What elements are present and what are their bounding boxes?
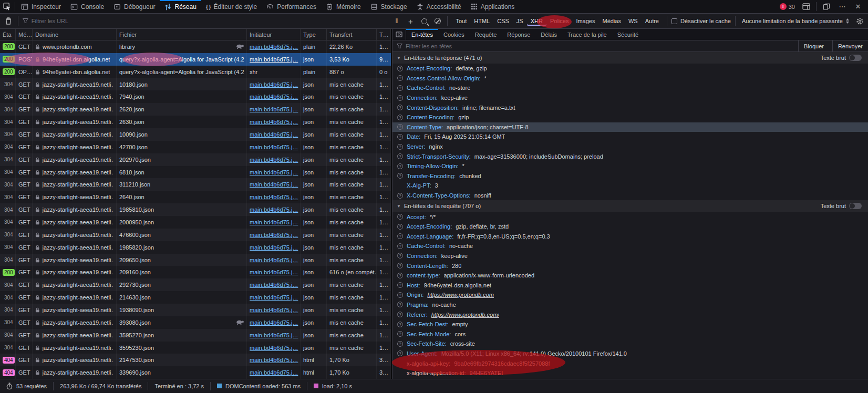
help-question-icon[interactable]: ? — [397, 224, 403, 230]
table-row[interactable]: 304 GET jazzy-starlight-aeea19.netli… 42… — [0, 141, 391, 153]
panel-tab-delais[interactable]: Délais — [535, 29, 562, 40]
col-transfer[interactable]: Transfert — [327, 29, 377, 40]
clear-requests-icon[interactable] — [3, 16, 14, 26]
response-headers-section-header[interactable]: ▼ En-têtes de la réponse (471 o) Texte b… — [392, 52, 868, 64]
header-row[interactable]: x-algolia-api-key: 9ba0e69fb2974316cdaec… — [392, 358, 868, 368]
header-row[interactable]: ? Server: nginx — [392, 142, 868, 152]
panel-tab-requete[interactable]: Requête — [470, 29, 502, 40]
resend-button[interactable]: Renvoyer — [832, 40, 868, 51]
table-row[interactable]: 304 GET jazzy-starlight-aeea19.netli… 19… — [0, 304, 391, 316]
error-count-button[interactable]: ! 30 — [778, 3, 797, 10]
help-question-icon[interactable]: ? — [397, 341, 403, 347]
domcontentloaded-time[interactable]: DOMContentLoaded: 563 ms — [211, 382, 307, 390]
header-row[interactable]: ? User-Agent: Mozilla/5.0 (X11; Linux x8… — [392, 349, 868, 359]
help-question-icon[interactable]: ? — [397, 134, 403, 140]
help-question-icon[interactable]: ? — [397, 302, 403, 307]
initiator-link[interactable]: main.bd4b6d75.j… — [250, 119, 298, 125]
table-row[interactable]: 304 GET jazzy-starlight-aeea19.netli… 31… — [0, 178, 391, 191]
type-filter-autre[interactable]: Autre — [642, 16, 663, 26]
table-row[interactable]: 304 GET jazzy-starlight-aeea19.netli… 79… — [0, 90, 391, 103]
table-row[interactable]: 404 GET jazzy-starlight-aeea19.netli… 33… — [0, 366, 391, 379]
responsive-design-icon[interactable] — [820, 3, 833, 11]
network-settings-gear-icon[interactable] — [854, 16, 865, 26]
table-row[interactable]: 200 OP… 94he6yatei-dsn.algolia.net query… — [0, 66, 391, 78]
type-filter-images[interactable]: Images — [572, 16, 598, 26]
initiator-link[interactable]: main.bd4b6d75.j… — [250, 219, 298, 225]
col-status[interactable]: Éta — [0, 29, 16, 40]
initiator-link[interactable]: main.bd4b6d75.j… — [250, 194, 298, 200]
help-question-icon[interactable]: ? — [397, 115, 403, 120]
type-filter-polices[interactable]: Polices — [546, 16, 572, 26]
header-row[interactable]: X-Alg-PT: 3 — [392, 181, 868, 191]
table-row[interactable]: 304 GET jazzy-starlight-aeea19.netli… 20… — [0, 216, 391, 229]
header-row[interactable]: ? content-type: application/x-www-form-u… — [392, 271, 868, 281]
block-button[interactable]: Bloquer — [798, 40, 829, 51]
header-row[interactable]: ? Connection: keep-alive — [392, 93, 868, 103]
type-filter-tout[interactable]: Tout — [452, 16, 470, 26]
initiator-link[interactable]: main.bd4b6d75.j… — [250, 244, 298, 251]
help-question-icon[interactable]: ? — [397, 233, 403, 239]
table-row[interactable]: 304 GET jazzy-starlight-aeea19.netli… 20… — [0, 254, 391, 266]
initiator-link[interactable]: main.bd4b6d75.j… — [250, 282, 298, 288]
table-row[interactable]: 304 GET jazzy-starlight-aeea19.netli… 35… — [0, 329, 391, 342]
initiator-link[interactable]: main.bd4b6d75.j… — [250, 56, 298, 63]
tab-accessibilite[interactable]: Accessibilité — [412, 0, 466, 13]
header-row[interactable]: ? Referer: https://www.protondb.com/ — [392, 309, 868, 319]
panel-tab-securite[interactable]: Sécurité — [612, 29, 644, 40]
initiator-link[interactable]: main.bd4b6d75.j… — [250, 157, 298, 163]
initiator-link[interactable]: main.bd4b6d75.j… — [250, 269, 298, 275]
help-question-icon[interactable]: ? — [397, 282, 403, 288]
table-row[interactable]: 304 GET jazzy-starlight-aeea19.netli… 29… — [0, 278, 391, 291]
tab-performances[interactable]: Performances — [262, 0, 321, 13]
disable-cache-checkbox[interactable]: Désactiver le cache — [671, 18, 731, 24]
help-question-icon[interactable]: ? — [397, 243, 403, 249]
header-row[interactable]: ? Sec-Fetch-Mode: cors — [392, 329, 868, 339]
header-row[interactable]: ? Accept-Encoding: deflate, gzip — [392, 64, 868, 74]
header-row[interactable]: ? Access-Control-Allow-Origin: * — [392, 74, 868, 84]
type-filter-xhr[interactable]: XHR — [527, 16, 546, 26]
help-question-icon[interactable]: ? — [397, 312, 403, 317]
header-row[interactable]: ? Cache-Control: no-cache — [392, 241, 868, 251]
panel-tab-trace-de-la-pile[interactable]: Trace de la pile — [562, 29, 612, 40]
table-row[interactable]: 304 GET jazzy-starlight-aeea19.netli… 20… — [0, 153, 391, 166]
table-row[interactable]: 304 GET jazzy-starlight-aeea19.netli… 19… — [0, 241, 391, 254]
table-row[interactable]: 304 GET jazzy-starlight-aeea19.netli… 26… — [0, 191, 391, 203]
header-row[interactable]: ? Content-Length: 280 — [392, 261, 868, 271]
col-domain[interactable]: Domaine — [33, 29, 117, 40]
col-type[interactable]: Type — [301, 29, 327, 40]
table-row[interactable]: 304 GET jazzy-starlight-aeea19.netli… 68… — [0, 166, 391, 179]
tab-applications[interactable]: Applications — [466, 0, 520, 13]
block-request-icon[interactable] — [432, 16, 443, 26]
help-question-icon[interactable]: ? — [397, 153, 403, 159]
help-question-icon[interactable]: ? — [397, 95, 403, 101]
url-filter-input[interactable] — [32, 18, 389, 24]
type-filter-js[interactable]: JS — [513, 16, 527, 26]
initiator-link[interactable]: main.bd4b6d75.j… — [250, 81, 298, 88]
header-row[interactable]: ? Accept-Encoding: gzip, deflate, br, zs… — [392, 222, 868, 232]
help-question-icon[interactable]: ? — [397, 350, 403, 356]
header-row[interactable]: ? Content-Disposition: inline; filename=… — [392, 102, 868, 112]
toolbox-dock-icon[interactable] — [799, 3, 813, 10]
type-filter-ws[interactable]: WS — [625, 16, 642, 26]
col-method[interactable]: Mé… — [16, 29, 33, 40]
help-question-icon[interactable]: ? — [397, 124, 403, 130]
raw-text-toggle[interactable] — [849, 55, 862, 61]
table-row[interactable]: 304 GET jazzy-starlight-aeea19.netli… 19… — [0, 203, 391, 216]
collapse-panel-icon[interactable] — [392, 29, 406, 40]
load-time[interactable]: load: 2,10 s — [307, 382, 358, 390]
headers-scroll-area[interactable]: ▼ En-têtes de la réponse (471 o) Texte b… — [392, 52, 868, 379]
table-row[interactable]: 304 GET jazzy-starlight-aeea19.netli… 35… — [0, 342, 391, 354]
initiator-link[interactable]: main.bd4b6d75.j… — [250, 332, 298, 338]
tab-editeur-de-style[interactable]: { } Éditeur de style — [201, 0, 262, 13]
meatball-menu-icon[interactable]: ⋯ — [835, 3, 849, 11]
help-question-icon[interactable]: ? — [397, 144, 403, 150]
table-row[interactable]: 304 GET jazzy-starlight-aeea19.netli… 26… — [0, 103, 391, 116]
table-row[interactable]: 404 GET jazzy-starlight-aeea19.netli… 21… — [0, 354, 391, 366]
pause-traffic-icon[interactable]: ‖ — [391, 16, 402, 26]
headers-filter-input[interactable] — [406, 43, 795, 49]
help-question-icon[interactable]: ? — [397, 193, 403, 199]
tab-memoire[interactable]: Mémoire — [321, 0, 366, 13]
initiator-link[interactable]: main.bd4b6d75.j… — [250, 232, 298, 238]
initiator-link[interactable]: main.bd4b6d75.j… — [250, 307, 298, 313]
table-row[interactable]: 200 GET www.protondb.com library main.bd… — [0, 40, 391, 53]
